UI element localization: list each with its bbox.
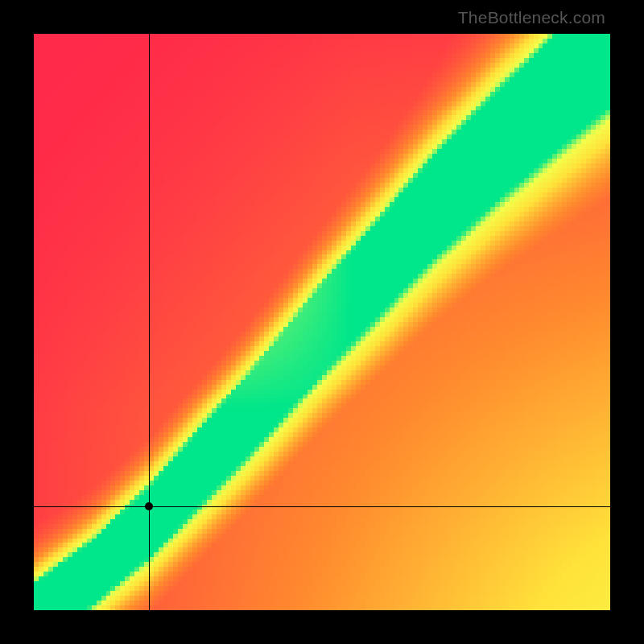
watermark-text: TheBottleneck.com	[458, 8, 605, 27]
chart-frame: TheBottleneck.com	[0, 0, 644, 644]
crosshair-vertical	[149, 34, 150, 610]
bottleneck-heatmap	[34, 34, 610, 610]
crosshair-horizontal	[34, 506, 610, 507]
